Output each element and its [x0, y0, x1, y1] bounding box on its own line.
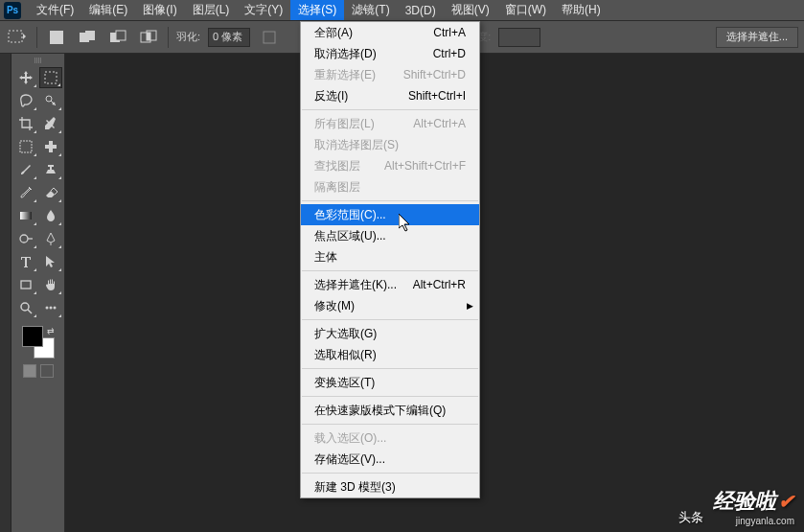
menu-item-label: 查找图层 [314, 158, 360, 174]
eyedropper-tool[interactable] [39, 113, 62, 134]
watermark: 头条 经验啦✔ jingyanla.com [678, 487, 794, 526]
menu-item-label: 变换选区(T) [314, 375, 375, 391]
svg-rect-5 [116, 31, 126, 40]
healing-brush-tool[interactable] [39, 136, 62, 157]
panel-grip-icon[interactable] [29, 58, 48, 63]
menu-image[interactable]: 图像(I) [135, 0, 184, 20]
menu-help[interactable]: 帮助(H) [554, 0, 609, 20]
move-tool[interactable] [14, 67, 37, 88]
menu-item: 隔离图层 [301, 176, 479, 197]
blur-tool[interactable] [39, 205, 62, 226]
menu-item-shortcut: Shift+Ctrl+I [408, 89, 466, 103]
menu-select[interactable]: 选择(S) [290, 0, 344, 20]
svg-point-23 [53, 307, 56, 310]
clone-stamp-tool[interactable] [39, 159, 62, 180]
menu-item-label: 色彩范围(C)... [314, 207, 386, 223]
intersect-selection-icon[interactable] [137, 26, 160, 49]
svg-rect-19 [21, 281, 31, 289]
crop-tool[interactable] [14, 113, 37, 134]
menu-item-shortcut: Alt+Ctrl+A [413, 117, 466, 130]
svg-rect-9 [264, 32, 275, 43]
marquee-preset-icon[interactable] [6, 26, 29, 49]
menu-separator [302, 319, 478, 320]
svg-rect-1 [50, 31, 63, 44]
menu-window[interactable]: 窗口(W) [497, 0, 554, 20]
svg-rect-0 [9, 31, 22, 42]
menu-separator [302, 424, 478, 425]
svg-rect-11 [45, 72, 57, 83]
pen-tool[interactable] [39, 228, 62, 249]
select-and-mask-button[interactable]: 选择并遮住... [716, 27, 798, 48]
quick-mask-toggle[interactable] [23, 364, 54, 378]
menu-item-label: 反选(I) [314, 88, 348, 104]
feather-input[interactable] [208, 28, 250, 47]
svg-rect-8 [147, 33, 150, 40]
edit-toolbar[interactable] [39, 297, 62, 318]
svg-point-21 [45, 307, 48, 310]
menu-item: 重新选择(E)Shift+Ctrl+D [301, 64, 479, 85]
type-tool[interactable] [14, 251, 37, 272]
menu-item[interactable]: 变换选区(T) [301, 372, 479, 393]
svg-point-20 [21, 303, 29, 311]
menu-item: 查找图层Alt+Shift+Ctrl+F [301, 155, 479, 176]
brush-tool[interactable] [14, 159, 37, 180]
lasso-tool[interactable] [14, 90, 37, 111]
watermark-big-text: 经验啦✔ [713, 487, 794, 516]
quick-select-tool[interactable] [39, 90, 62, 111]
menu-item-label: 在快速蒙版模式下编辑(Q) [314, 403, 446, 419]
menu-type[interactable]: 文字(Y) [237, 0, 290, 20]
watermark-url: jingyanla.com [713, 516, 794, 526]
menu-item-shortcut: Ctrl+A [433, 26, 466, 39]
menu-item[interactable]: 存储选区(V)... [301, 449, 479, 470]
menu-item[interactable]: 焦点区域(U)... [301, 225, 479, 246]
svg-rect-17 [20, 212, 32, 220]
marquee-tool[interactable] [39, 67, 62, 88]
separator [168, 27, 169, 48]
menu-item-label: 主体 [314, 249, 337, 266]
menu-item[interactable]: 扩大选取(G) [301, 323, 479, 344]
menu-item[interactable]: 选取相似(R) [301, 344, 479, 365]
menu-item[interactable]: 修改(M)▶ [301, 295, 479, 316]
zoom-tool[interactable] [14, 297, 37, 318]
frame-tool[interactable] [14, 136, 37, 157]
eraser-tool[interactable] [39, 182, 62, 203]
add-selection-icon[interactable] [76, 26, 99, 49]
new-selection-icon[interactable] [45, 26, 68, 49]
menu-item-label: 隔离图层 [314, 179, 360, 196]
select-menu-dropdown: 全部(A)Ctrl+A取消选择(D)Ctrl+D重新选择(E)Shift+Ctr… [300, 21, 480, 498]
menu-filter[interactable]: 滤镜(T) [344, 0, 397, 20]
menu-item[interactable]: 主体 [301, 246, 479, 267]
path-select-tool[interactable] [39, 251, 62, 272]
menu-file[interactable]: 文件(F) [29, 0, 81, 20]
swap-colors-icon[interactable]: ⇄ [47, 326, 55, 335]
menu-item[interactable]: 选择并遮住(K)...Alt+Ctrl+R [301, 274, 479, 295]
menu-3d[interactable]: 3D(D) [398, 2, 444, 19]
gradient-tool[interactable] [14, 205, 37, 226]
menu-item[interactable]: 色彩范围(C)... [301, 204, 479, 225]
dodge-tool[interactable] [14, 228, 37, 249]
antialias-icon[interactable] [258, 26, 281, 49]
hand-tool[interactable] [39, 274, 62, 295]
color-swatches[interactable]: ⇄ [22, 326, 55, 359]
menu-item[interactable]: 全部(A)Ctrl+A [301, 22, 479, 43]
history-brush-tool[interactable] [14, 182, 37, 203]
menu-item-label: 所有图层(L) [314, 116, 375, 132]
menu-edit[interactable]: 编辑(E) [81, 0, 135, 20]
panel-tab-strip[interactable] [0, 54, 11, 532]
menu-item-shortcut: Shift+Ctrl+D [403, 68, 466, 81]
subtract-selection-icon[interactable] [106, 26, 129, 49]
foreground-color-swatch[interactable] [22, 326, 43, 347]
menu-bar: Ps 文件(F) 编辑(E) 图像(I) 图层(L) 文字(Y) 选择(S) 滤… [0, 0, 804, 21]
menu-item[interactable]: 新建 3D 模型(3) [301, 476, 479, 497]
app-logo-icon: Ps [4, 2, 21, 19]
menu-item[interactable]: 反选(I)Shift+Ctrl+I [301, 85, 479, 106]
menu-item-label: 修改(M) [314, 298, 355, 314]
menu-item-label: 新建 3D 模型(3) [314, 479, 396, 496]
menu-item[interactable]: 在快速蒙版模式下编辑(Q) [301, 400, 479, 421]
rectangle-tool[interactable] [14, 274, 37, 295]
menu-item-label: 焦点区域(U)... [314, 228, 386, 244]
menu-layer[interactable]: 图层(L) [185, 0, 238, 20]
menu-view[interactable]: 视图(V) [444, 0, 497, 20]
menu-item-shortcut: Ctrl+D [433, 47, 466, 60]
menu-item[interactable]: 取消选择(D)Ctrl+D [301, 43, 479, 64]
